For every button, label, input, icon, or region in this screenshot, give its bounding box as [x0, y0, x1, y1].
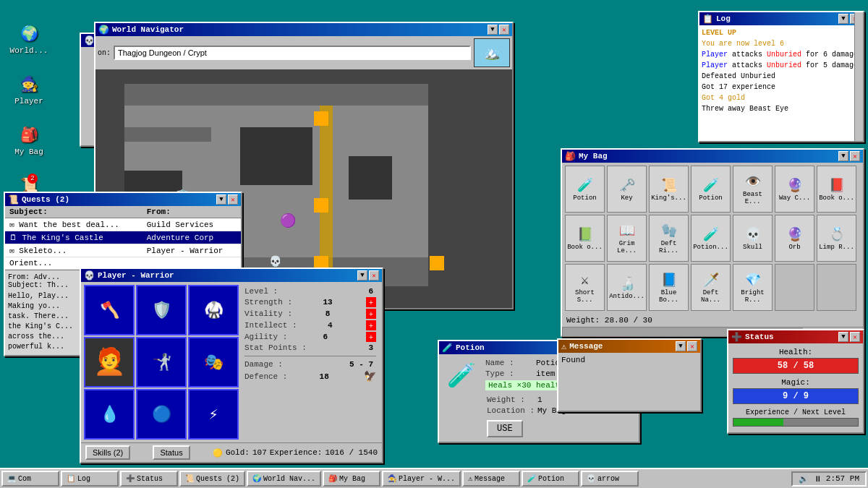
portrait-item-7[interactable]: 🔵 [136, 389, 187, 440]
use-button[interactable]: USE [487, 420, 523, 437]
taskbar-btn-mybag[interactable]: 🎒 My Bag [323, 471, 380, 487]
quests-close[interactable]: ✕ [228, 194, 238, 205]
location-input[interactable] [114, 46, 471, 60]
world-nav-close[interactable]: ✕ [499, 25, 509, 35]
bag-item-16[interactable]: 📘Blue Bo... [649, 264, 689, 311]
taskbar-label-com: Com [18, 475, 31, 483]
magic-bar: 9 / 9 [733, 388, 859, 404]
desktop-icon-mybag[interactable]: 🎒 My Bag [7, 123, 51, 156]
log-scrollbar[interactable] [854, 12, 863, 141]
bag-item-0[interactable]: 🧪Potion [565, 166, 605, 213]
mybag-close[interactable]: ✕ [850, 151, 860, 161]
taskbar-btn-message[interactable]: ⚠️ Message [462, 471, 520, 487]
magic-label: Magic: [733, 378, 859, 387]
quest-row-0[interactable]: ✉️ Want the best deal... Guild Services [5, 218, 241, 231]
portrait-item-1[interactable]: 🛡️ [136, 285, 187, 335]
exp-fill [733, 419, 783, 426]
taskbar-btn-arrow[interactable]: 💀 arrow [581, 471, 639, 487]
quest-row-1[interactable]: 🗒 The King's Castle Adventure Corp [5, 231, 241, 244]
log-title-icon: 📋 [702, 14, 713, 25]
status-minimize[interactable]: ▼ [838, 332, 848, 342]
bag-item-12[interactable]: 🔮Orb [775, 215, 814, 262]
strength-plus[interactable]: + [366, 297, 376, 307]
bag-item-11[interactable]: 💀Skull [733, 215, 773, 262]
quests-titlebar[interactable]: 📜 Quests (2) ▼ ✕ [5, 193, 241, 206]
bag-item-17[interactable]: 🗡️Deft Na... [691, 264, 731, 311]
portrait-item-2[interactable]: 🥋 [188, 285, 239, 335]
health-text: 58 / 58 [778, 361, 814, 371]
status-controls: ▼ ✕ [838, 332, 860, 342]
desktop-icon-world[interactable]: 🌍 World... [7, 22, 51, 55]
portrait-item-6[interactable]: 💧 [84, 389, 135, 440]
taskbar-label-potion: Potion [538, 475, 564, 483]
desktop-icon-player[interactable]: 🧙 Player [7, 72, 51, 106]
taskbar-btn-worldnav[interactable]: 🌍 World Nav... [247, 471, 321, 487]
log-minimize[interactable]: ▼ [838, 14, 848, 24]
status-button[interactable]: Status [153, 445, 190, 460]
player-titlebar[interactable]: 💀 Player - Warrior ▼ ✕ [81, 269, 382, 282]
player-close[interactable]: ✕ [369, 270, 379, 281]
world-nav-titlebar[interactable]: 🌍 World Navigator ▼ ✕ [95, 23, 512, 36]
bag-item-13[interactable]: 💍Limp R... [817, 215, 856, 262]
taskbar-btn-player[interactable]: 🧙 Player - W... [382, 471, 461, 487]
vitality-plus[interactable]: + [366, 309, 376, 319]
agility-plus[interactable]: + [366, 332, 376, 342]
mybag-titlebar[interactable]: 🎒 My Bag ▼ ✕ [562, 150, 863, 163]
message-minimize[interactable]: ▼ [676, 341, 686, 351]
taskbar-btn-log[interactable]: 📋 Log [61, 471, 119, 487]
bag-item-6[interactable]: 📕Book o... [817, 166, 856, 213]
message-text: Found [561, 356, 585, 364]
svg-rect-16 [314, 198, 328, 213]
message-close[interactable]: ✕ [687, 341, 697, 351]
quest-col-from: From: [142, 206, 241, 218]
portrait-item-4[interactable]: 🤺 [136, 337, 187, 388]
svg-rect-15 [314, 111, 328, 126]
bag-item-2[interactable]: 📜King's... [649, 166, 689, 213]
world-icon: 🌍 [17, 22, 41, 45]
player-minimize[interactable]: ▼ [357, 270, 367, 281]
status-titlebar[interactable]: ➕ Status ▼ ✕ [728, 330, 863, 343]
bag-item-7[interactable]: 📗Book o... [565, 215, 605, 262]
taskbar-clock: 🔊 ⏸ 2:57 PM [791, 471, 867, 487]
portrait-item-5[interactable]: 🎭 [188, 337, 239, 388]
bag-item-14[interactable]: ⚔️Short S... [565, 264, 605, 311]
skills-button[interactable]: Skills (2) [85, 445, 130, 460]
stat-stat-points: Stat Points : 3 [244, 343, 376, 353]
mybag-minimize[interactable]: ▼ [838, 151, 848, 161]
bag-item-3[interactable]: 🧪Potion [691, 166, 731, 213]
bag-item-4[interactable]: 👁️Beast E... [733, 166, 773, 213]
bag-item-10[interactable]: 🧪Potion... [691, 215, 731, 262]
quests-controls: ▼ ✕ [216, 194, 238, 205]
stat-defence: Defence : 18 🦅 [244, 369, 376, 383]
potion-type-val: item [536, 369, 555, 378]
bag-item-5[interactable]: 🔮Way C... [775, 166, 814, 213]
bag-item-9[interactable]: 🧤Deft Ri... [649, 215, 689, 262]
portrait-item-8[interactable]: ⚡ [188, 389, 239, 440]
taskbar-btn-com[interactable]: 💻 Com [1, 471, 59, 487]
taskbar-btn-potion[interactable]: 🧪 Potion [522, 471, 579, 487]
log-entry-levelup: LEVEL UP [702, 27, 861, 38]
vitality-label: Vitality : [244, 309, 292, 318]
stat-points-label: Stat Points : [244, 343, 307, 352]
quest-from-0: Guild Services [142, 218, 241, 231]
bag-item-15[interactable]: 🍶Antido... [607, 264, 647, 311]
message-titlebar[interactable]: ⚠️ Message ▼ ✕ [558, 340, 700, 353]
taskbar-icon-arrow: 💀 [587, 474, 595, 483]
log-entry-6: Threw away Beast Eye [702, 103, 861, 114]
bag-item-1[interactable]: 🗝️Key [607, 166, 647, 213]
world-nav-minimize[interactable]: ▼ [488, 25, 498, 35]
taskbar-btn-status[interactable]: ➕ Status [120, 471, 178, 487]
bag-item-18[interactable]: 💎Bright R... [733, 264, 773, 311]
bag-item-8[interactable]: 📖Grim Le... [607, 215, 647, 262]
portrait-item-0[interactable]: 🪓 [84, 285, 135, 335]
quest-row-2[interactable]: ✉️ Skeleto... Player - Warrior [5, 244, 241, 257]
stat-points-val: 3 [368, 343, 373, 352]
gold-val: 107 [252, 448, 267, 457]
status-close[interactable]: ✕ [850, 332, 860, 342]
quests-minimize[interactable]: ▼ [216, 194, 226, 205]
world-nav-title-icon: 🌍 [98, 25, 109, 35]
log-titlebar[interactable]: 📋 Log ▼ ✕ [699, 12, 863, 25]
taskbar-btn-quests[interactable]: 📜 Quests (2) [179, 471, 245, 487]
intellect-plus[interactable]: + [366, 320, 376, 330]
message-title: Message [569, 342, 603, 351]
